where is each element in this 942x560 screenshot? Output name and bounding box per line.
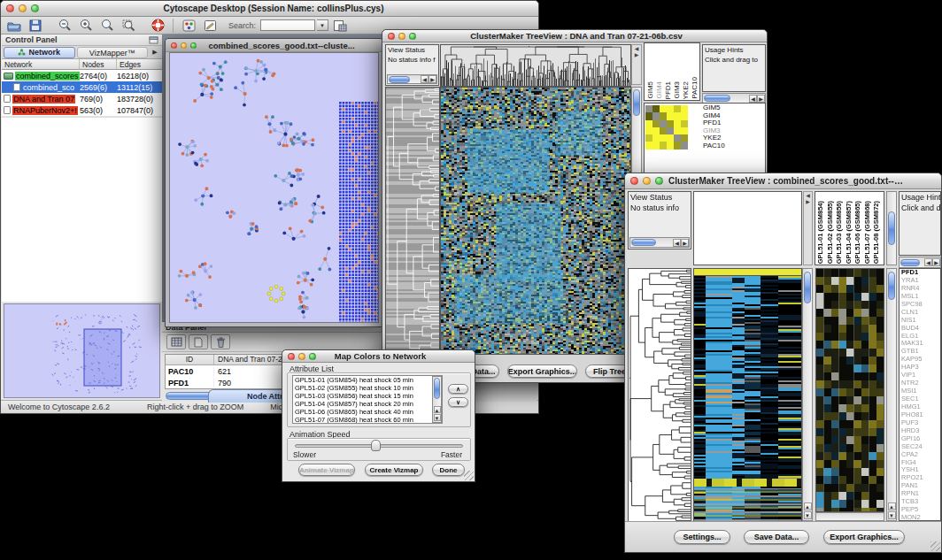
attribute-list-vscrollbar[interactable]: ▲▼ (432, 376, 442, 423)
tv2-heatmap-vscrollbar[interactable]: ▲▼ (802, 268, 813, 521)
delete-attribute-button[interactable] (211, 334, 230, 349)
map-colors-titlebar[interactable]: Map Colors to Network (282, 350, 475, 363)
network-overview-panel[interactable] (4, 303, 160, 398)
tab-network[interactable]: Network (4, 47, 75, 58)
animate-vizmap-button[interactable]: Animate Vizmap (298, 464, 355, 476)
annotation-icon[interactable] (200, 18, 220, 34)
close-icon[interactable] (388, 33, 395, 40)
tv2-zoom-vscrollbar[interactable]: ▲▼ (886, 268, 897, 521)
minimize-icon[interactable] (398, 33, 405, 40)
done-button[interactable]: Done (432, 464, 465, 476)
export-graphics-button[interactable]: Export Graphics... (823, 530, 905, 544)
zoom-window-icon[interactable] (409, 33, 416, 40)
tv2-column-dendrogram[interactable] (693, 191, 802, 265)
network-table-row[interactable]: combined_scores 2764(0) 16218(0) (2, 70, 162, 81)
help-lifesaver-icon[interactable] (148, 18, 167, 34)
attribute-list-item[interactable]: GPL51-01 (GSM854) heat shock 05 min (293, 376, 442, 384)
attribute-list-item[interactable]: GPL51-06 (GSM865) heat shock 40 min (293, 408, 442, 416)
tv2-column-label[interactable]: GPL51-04 (GSM857) (845, 201, 853, 264)
zoom-out-icon[interactable] (56, 18, 75, 34)
tv2-column-label[interactable]: GPL51-03 (GSM856) (836, 201, 843, 264)
tv1-row-label[interactable]: PAC10 (703, 142, 725, 150)
create-vizmap-button[interactable]: Create Vizmap (365, 464, 423, 476)
close-icon[interactable] (171, 42, 177, 49)
network-canvas[interactable] (169, 52, 379, 323)
tabs-more-icon[interactable]: ▶ (150, 49, 160, 56)
network-view-titlebar[interactable]: combined_scores_good.txt--cluste... (166, 39, 382, 52)
float-panel-icon[interactable] (149, 36, 158, 44)
zoom-selected-icon[interactable] (98, 18, 118, 34)
tv2-column-label[interactable]: GPL51-07 (GSM868) (864, 201, 871, 264)
attribute-list-item[interactable]: GPL51-04 (GSM857) heat shock 20 min (293, 400, 442, 408)
tv1-column-label[interactable]: PFD1 (665, 81, 672, 99)
tv2-header-vscrollbar[interactable] (886, 191, 897, 265)
select-attributes-button[interactable] (166, 334, 186, 349)
network-nodes-count: 769(0) (80, 95, 117, 104)
network-table-row[interactable]: combined_sco 2569(6) 13112(15) (2, 81, 162, 93)
animation-speed-slider-thumb[interactable] (371, 440, 381, 451)
zoom-window-icon[interactable] (655, 177, 663, 185)
tv1-column-dendrogram[interactable] (440, 44, 631, 87)
zoom-in-icon[interactable] (77, 18, 97, 34)
move-down-button[interactable]: ∨ (448, 397, 468, 407)
tv2-column-label[interactable]: GPL51-06 (GSM865) (854, 201, 861, 264)
tv2-column-label[interactable]: GPL51-08 (GSM872) (873, 201, 880, 264)
tv1-column-label[interactable]: GIM3 (674, 81, 681, 99)
network-table-header[interactable]: Network Nodes Edges (2, 59, 162, 70)
import-table-icon[interactable] (330, 18, 350, 34)
attribute-list-item[interactable]: GPL51-03 (GSM856) heat shock 15 min (293, 392, 442, 400)
minimize-icon[interactable] (643, 177, 651, 185)
tv1-zoom-heatmap[interactable] (645, 105, 688, 150)
gene-label[interactable]: MON2 (901, 514, 940, 521)
tv2-column-label[interactable]: GPL51-02 (GSM855) (827, 201, 834, 264)
minimize-icon[interactable] (181, 42, 187, 49)
zoom-window-icon[interactable] (31, 4, 39, 12)
network-table-row[interactable]: RNAPuberNov2+! 563(0) 107847(0) (2, 104, 162, 116)
minimize-icon[interactable] (298, 353, 305, 360)
tv2-zoom-heatmap[interactable] (815, 268, 884, 512)
tv1-view-status-hscrollbar[interactable]: ◀▶ (387, 74, 437, 84)
tv2-column-label[interactable]: GPL51-01 (GSM854) (817, 201, 824, 264)
minimize-icon[interactable] (19, 4, 27, 12)
main-titlebar[interactable]: Cytoscape Desktop (Session Name: collins… (1, 1, 538, 17)
tv1-column-label[interactable]: YKE2 (683, 81, 690, 99)
attribute-list-item[interactable]: GPL51-07 (GSM868) heat shock 60 min (293, 416, 442, 424)
tv1-column-label[interactable]: GIM5 (647, 81, 654, 99)
move-up-button[interactable]: ∧ (448, 384, 468, 394)
vizmapper-icon[interactable] (179, 18, 198, 34)
resize-grip[interactable] (930, 541, 940, 551)
treeview1-titlebar[interactable]: ClusterMaker TreeView : DNA and Tran 07-… (382, 30, 767, 42)
tv1-column-label[interactable]: PAC10 (691, 77, 699, 99)
faster-label: Faster (441, 450, 462, 459)
zoom-window-icon[interactable] (309, 353, 316, 360)
tv2-splitter-arrows[interactable]: ◀▶ (803, 191, 813, 265)
tv1-export-graphics-button[interactable]: Export Graphics... (507, 364, 577, 378)
zoom-window-icon[interactable] (190, 42, 197, 49)
resize-grip[interactable] (464, 471, 474, 480)
attribute-list-item[interactable]: GPL51-02 (GSM855) heat shock 10 min (293, 384, 442, 392)
open-folder-icon[interactable] (4, 18, 24, 34)
new-attribute-button[interactable] (189, 334, 208, 349)
save-icon[interactable] (26, 18, 45, 34)
tv2-view-status-hscrollbar[interactable]: ◀▶ (629, 237, 690, 248)
search-dropdown-icon[interactable]: ▼ (317, 19, 328, 31)
search-input[interactable] (260, 19, 315, 31)
network-tree-empty-area[interactable] (2, 117, 162, 302)
close-icon[interactable] (6, 4, 14, 12)
tv1-splitter-arrows[interactable]: ◀▶ (631, 44, 642, 85)
tv1-column-label[interactable]: GIM4 (656, 81, 663, 99)
network-table-row[interactable]: DNA and Tran 07 769(0) 183728(0) (2, 93, 162, 104)
tv2-usage-hints-hscrollbar[interactable]: ◀▶ (899, 257, 941, 268)
new-document-icon (194, 337, 203, 348)
tab-vizmapper[interactable]: VizMapper™ (77, 47, 149, 58)
zoom-fit-icon[interactable] (120, 18, 139, 34)
tv2-row-dendrogram[interactable] (628, 268, 691, 523)
close-icon[interactable] (630, 177, 638, 185)
attribute-list[interactable]: GPL51-01 (GSM854) heat shock 05 minGPL51… (292, 375, 443, 424)
tv2-zoom-hscrollbar[interactable] (815, 512, 884, 521)
settings-button[interactable]: Settings... (674, 530, 730, 544)
tv1-row-dendrogram[interactable] (385, 87, 440, 355)
treeview2-titlebar[interactable]: ClusterMaker TreeView : combined_scores_… (625, 173, 941, 189)
close-icon[interactable] (288, 353, 295, 360)
save-data-button[interactable]: Save Data... (744, 530, 809, 544)
